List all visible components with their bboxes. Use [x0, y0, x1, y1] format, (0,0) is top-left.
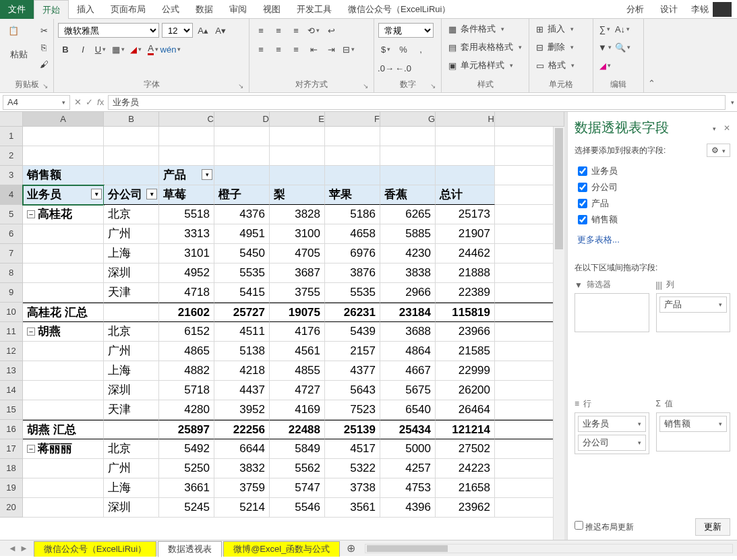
- cell[interactable]: 4376: [214, 205, 270, 224]
- cell[interactable]: 4718: [159, 283, 214, 303]
- confirm-formula-button[interactable]: ✓: [86, 97, 93, 107]
- cell[interactable]: [436, 127, 495, 146]
- cell[interactable]: 22256: [214, 420, 270, 439]
- clipboard-launcher[interactable]: ↘: [42, 82, 48, 90]
- field-list-options-button[interactable]: ⚙ ▾: [707, 144, 730, 157]
- clear-button[interactable]: ◢▾: [597, 58, 612, 73]
- cell[interactable]: 4705: [270, 244, 325, 263]
- cell[interactable]: 4864: [380, 342, 436, 361]
- cell[interactable]: 22389: [436, 283, 495, 303]
- cell[interactable]: 25897: [159, 420, 214, 439]
- tab-file[interactable]: 文件: [0, 0, 34, 19]
- cell[interactable]: 3952: [214, 400, 270, 420]
- cell[interactable]: 7523: [325, 400, 380, 420]
- scrollbar-thumb[interactable]: [555, 128, 563, 249]
- cell[interactable]: 5885: [380, 224, 436, 244]
- cell[interactable]: [23, 127, 104, 146]
- tab-developer[interactable]: 开发工具: [289, 0, 340, 19]
- cell[interactable]: 5535: [325, 283, 380, 303]
- increase-decimal-button[interactable]: .0→: [378, 61, 393, 75]
- defer-layout-checkbox[interactable]: 推迟布局更新: [574, 521, 634, 533]
- cell[interactable]: 3738: [325, 478, 380, 498]
- cell[interactable]: 6976: [325, 244, 380, 263]
- cell[interactable]: 分公司▾: [104, 185, 159, 205]
- align-center-button[interactable]: ≡: [271, 42, 286, 57]
- cell-styles-button[interactable]: ▣单元格样式▾: [446, 58, 516, 73]
- row-header[interactable]: 3: [0, 166, 23, 185]
- area-field-item[interactable]: 分公司▾: [578, 435, 646, 451]
- name-box[interactable]: A4▾: [3, 95, 70, 110]
- row-header[interactable]: 9: [0, 283, 23, 303]
- collapse-ribbon-button[interactable]: ⌃: [644, 19, 659, 92]
- sheet-tab-wechat[interactable]: 微信公众号（ExcelLiRui）: [34, 541, 156, 557]
- tab-home[interactable]: 开始: [34, 0, 69, 19]
- area-field-item[interactable]: 业务员▾: [578, 416, 646, 432]
- cell[interactable]: 深圳: [104, 498, 159, 518]
- tab-data[interactable]: 数据: [187, 0, 221, 19]
- cell[interactable]: [23, 146, 104, 166]
- cell[interactable]: −胡燕: [23, 322, 104, 342]
- cell[interactable]: [380, 127, 436, 146]
- cell[interactable]: 24462: [436, 244, 495, 263]
- align-top-button[interactable]: ≡: [254, 23, 268, 38]
- expand-formula-bar-button[interactable]: ▾: [731, 99, 734, 106]
- area-field-item[interactable]: 销售额▾: [659, 416, 728, 432]
- field-checkbox[interactable]: 分公司: [575, 179, 730, 195]
- cell[interactable]: [23, 244, 104, 263]
- delete-cells-button[interactable]: ⊟删除▾: [533, 40, 577, 55]
- font-size-select[interactable]: 12: [162, 23, 193, 38]
- cell[interactable]: [104, 303, 159, 322]
- cell[interactable]: 19075: [270, 303, 325, 322]
- cell[interactable]: 香蕉: [380, 185, 436, 205]
- cell[interactable]: 25727: [214, 303, 270, 322]
- cell[interactable]: 4951: [214, 224, 270, 244]
- cell[interactable]: 总计: [436, 185, 495, 205]
- tab-view[interactable]: 视图: [255, 0, 289, 19]
- col-header-f[interactable]: F: [325, 112, 380, 127]
- field-checkbox[interactable]: 业务员: [575, 163, 730, 179]
- cell[interactable]: 3687: [270, 263, 325, 283]
- cell[interactable]: 5214: [214, 498, 270, 518]
- tab-analyze[interactable]: 分析: [618, 0, 652, 19]
- cell[interactable]: 北京: [104, 322, 159, 342]
- cell[interactable]: 5518: [159, 205, 214, 224]
- hscroll-thumb[interactable]: [367, 545, 448, 552]
- cell[interactable]: 121214: [436, 420, 495, 439]
- cell[interactable]: 销售额: [23, 166, 104, 185]
- sheet-tab-pivot[interactable]: 数据透视表: [158, 541, 222, 557]
- cell[interactable]: 5250: [159, 459, 214, 478]
- increase-font-button[interactable]: A▴: [196, 23, 210, 38]
- cell[interactable]: 3828: [270, 205, 325, 224]
- row-header[interactable]: 4: [0, 185, 23, 205]
- conditional-formatting-button[interactable]: ▦条件格式▾: [446, 22, 507, 36]
- cell[interactable]: [380, 146, 436, 166]
- bold-button[interactable]: B: [58, 42, 73, 57]
- cell[interactable]: 21888: [436, 263, 495, 283]
- collapse-button[interactable]: −: [27, 328, 35, 336]
- row-header[interactable]: 12: [0, 342, 23, 361]
- tab-page-layout[interactable]: 页面布局: [102, 0, 154, 19]
- cell[interactable]: [436, 146, 495, 166]
- cell[interactable]: 3661: [159, 478, 214, 498]
- formula-input[interactable]: 业务员: [108, 95, 726, 110]
- cell[interactable]: [325, 166, 380, 185]
- decrease-indent-button[interactable]: ⇤: [306, 42, 321, 57]
- cell[interactable]: [23, 459, 104, 478]
- cell[interactable]: 梨: [270, 185, 325, 205]
- cell[interactable]: 5546: [270, 498, 325, 518]
- cell[interactable]: [214, 127, 270, 146]
- cell[interactable]: 4882: [159, 361, 214, 381]
- decrease-font-button[interactable]: A▾: [213, 23, 228, 38]
- fx-button[interactable]: fx: [97, 97, 104, 107]
- col-header-e[interactable]: E: [270, 112, 325, 127]
- cell[interactable]: [23, 498, 104, 518]
- cell[interactable]: 4169: [270, 400, 325, 420]
- cell[interactable]: 4511: [214, 322, 270, 342]
- sheet-tab-weibo[interactable]: 微博@Excel_函数与公式: [223, 541, 340, 557]
- copy-button[interactable]: ⎘: [36, 40, 51, 55]
- comma-button[interactable]: ,: [413, 42, 428, 57]
- row-header[interactable]: 15: [0, 400, 23, 420]
- col-header-d[interactable]: D: [214, 112, 270, 127]
- cell[interactable]: 25434: [380, 420, 436, 439]
- cell[interactable]: 3100: [270, 224, 325, 244]
